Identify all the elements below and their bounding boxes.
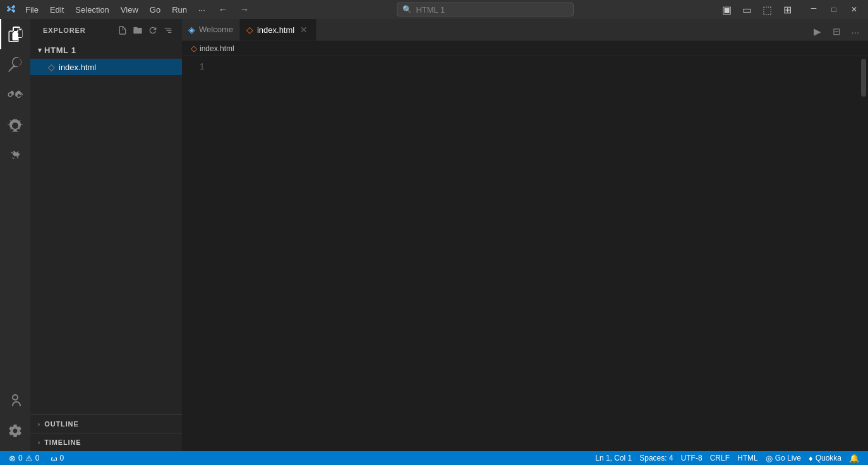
activity-settings-icon[interactable] bbox=[0, 416, 30, 446]
quokka-text: Quokka bbox=[816, 454, 841, 462]
chevron-right-icon-2: › bbox=[38, 439, 40, 446]
timeline-header[interactable]: › TIMELINE bbox=[30, 433, 182, 451]
error-icon: ⊗ bbox=[9, 454, 16, 463]
status-go-live-button[interactable]: ◎ Go Live bbox=[762, 451, 805, 465]
status-quokka-button[interactable]: ♦ Quokka bbox=[805, 451, 845, 465]
tab-welcome[interactable]: ◈ Welcome bbox=[182, 19, 240, 40]
tree-file-index-html[interactable]: ◇ index.html bbox=[30, 59, 182, 75]
menu-more[interactable]: ··· bbox=[193, 3, 210, 16]
status-errors-button[interactable]: ⊗ 0 ⚠ 0 bbox=[5, 451, 43, 465]
welcome-tab-icon: ◈ bbox=[188, 25, 195, 35]
outline-section: › OUTLINE bbox=[30, 414, 182, 433]
html-tab-label: index.html bbox=[257, 25, 294, 35]
tree-file-name: index.html bbox=[59, 63, 96, 72]
position-text: Ln 1, Col 1 bbox=[595, 454, 632, 462]
collapse-all-button[interactable] bbox=[162, 24, 174, 37]
nav-back-button[interactable]: ← bbox=[214, 3, 232, 16]
status-language-button[interactable]: HTML bbox=[733, 451, 762, 465]
panel-toggle-button[interactable]: ▭ bbox=[738, 3, 756, 16]
run-button[interactable]: ▶ bbox=[809, 23, 826, 40]
go-live-icon: ◎ bbox=[766, 454, 773, 463]
tab-index-html[interactable]: ◇ index.html ✕ bbox=[240, 19, 316, 40]
extension-status-icon: ω bbox=[51, 454, 57, 463]
editor-content: 1 bbox=[182, 56, 868, 451]
status-notifications-button[interactable]: 🔔 bbox=[845, 451, 863, 465]
window-controls: ▣ ▭ ⬚ ⊞ ─ □ ✕ bbox=[718, 3, 863, 16]
line-number-1: 1 bbox=[182, 60, 205, 74]
activity-search-icon[interactable] bbox=[0, 49, 30, 80]
encoding-text: UTF-8 bbox=[681, 454, 702, 462]
status-encoding-button[interactable]: UTF-8 bbox=[677, 451, 706, 465]
warning-icon: ⚠ bbox=[25, 454, 33, 463]
outline-header[interactable]: › OUTLINE bbox=[30, 415, 182, 433]
extension-count: 0 bbox=[60, 454, 64, 462]
html-file-icon: ◇ bbox=[48, 62, 55, 72]
welcome-tab-label: Welcome bbox=[199, 25, 233, 34]
activity-bar-bottom bbox=[0, 385, 30, 451]
editor-group-button[interactable]: ⬚ bbox=[758, 3, 776, 16]
status-spaces-button[interactable]: Spaces: 4 bbox=[636, 451, 677, 465]
search-placeholder: HTML 1 bbox=[416, 5, 445, 15]
warning-count: 0 bbox=[35, 454, 40, 462]
activity-extensions-icon[interactable] bbox=[0, 140, 30, 171]
editor-more-button[interactable]: ··· bbox=[847, 23, 864, 40]
status-right: Ln 1, Col 1 Spaces: 4 UTF-8 CRLF HTML ◎ … bbox=[591, 451, 863, 465]
file-tree: ▾ HTML 1 ◇ index.html bbox=[30, 41, 182, 414]
timeline-section: › TIMELINE bbox=[30, 433, 182, 451]
bell-icon: 🔔 bbox=[849, 454, 859, 463]
timeline-label: TIMELINE bbox=[44, 438, 81, 446]
activity-bar bbox=[0, 19, 30, 451]
activity-source-control-icon[interactable] bbox=[0, 80, 30, 110]
outline-label: OUTLINE bbox=[44, 420, 78, 428]
scrollbar-thumb bbox=[861, 59, 866, 97]
tree-root-header[interactable]: ▾ HTML 1 bbox=[30, 41, 182, 59]
new-folder-button[interactable] bbox=[131, 24, 144, 37]
activity-accounts-icon[interactable] bbox=[0, 385, 30, 416]
tab-close-button[interactable]: ✕ bbox=[298, 24, 310, 35]
sidebar: EXPLORER ▾ HTML 1 bbox=[30, 19, 182, 451]
status-line-ending-button[interactable]: CRLF bbox=[706, 451, 733, 465]
sidebar-toggle-button[interactable]: ▣ bbox=[718, 3, 735, 16]
menu-selection[interactable]: Selection bbox=[70, 3, 114, 16]
command-palette[interactable]: 🔍 HTML 1 bbox=[397, 3, 574, 16]
search-icon: 🔍 bbox=[402, 5, 412, 14]
menu-edit[interactable]: Edit bbox=[45, 3, 69, 16]
breadcrumb-file-icon: ◇ bbox=[191, 44, 197, 53]
editor-scrollbar[interactable] bbox=[859, 56, 868, 451]
sidebar-actions bbox=[116, 24, 174, 37]
main-area: EXPLORER ▾ HTML 1 bbox=[0, 19, 868, 451]
close-button[interactable]: ✕ bbox=[845, 3, 863, 16]
language-text: HTML bbox=[737, 454, 758, 462]
menu-bar: File Edit Selection View Go Run ··· bbox=[20, 3, 210, 16]
grid-button[interactable]: ⊞ bbox=[778, 3, 796, 16]
activity-debug-icon[interactable] bbox=[0, 110, 30, 140]
editor-area: ◈ Welcome ◇ index.html ✕ ▶ ⊟ ··· ◇ index… bbox=[182, 19, 868, 451]
split-editor-button[interactable]: ⊟ bbox=[828, 23, 845, 40]
new-file-button[interactable] bbox=[116, 24, 129, 37]
quokka-icon: ♦ bbox=[809, 454, 813, 463]
maximize-button[interactable]: □ bbox=[825, 3, 843, 16]
status-position-button[interactable]: Ln 1, Col 1 bbox=[591, 451, 636, 465]
tree-root-label: HTML 1 bbox=[44, 45, 76, 55]
editor-text[interactable] bbox=[212, 56, 859, 451]
nav-forward-button[interactable]: → bbox=[236, 3, 253, 16]
sidebar-bottom-panels: › OUTLINE › TIMELINE bbox=[30, 414, 182, 451]
status-left: ⊗ 0 ⚠ 0 ω 0 bbox=[5, 451, 68, 465]
breadcrumb-file-name: index.html bbox=[200, 44, 234, 53]
title-search-area: 🔍 HTML 1 bbox=[257, 3, 714, 16]
title-bar: File Edit Selection View Go Run ··· ← → … bbox=[0, 0, 868, 19]
refresh-explorer-button[interactable] bbox=[147, 24, 159, 37]
line-numbers: 1 bbox=[182, 56, 212, 451]
spaces-text: Spaces: 4 bbox=[639, 454, 673, 462]
minimize-button[interactable]: ─ bbox=[805, 3, 823, 16]
activity-explorer-icon[interactable] bbox=[0, 19, 30, 49]
status-extensions-button[interactable]: ω 0 bbox=[47, 451, 68, 465]
html-tab-icon: ◇ bbox=[246, 25, 253, 35]
tab-actions: ▶ ⊟ ··· bbox=[805, 23, 868, 40]
menu-go[interactable]: Go bbox=[145, 3, 166, 16]
menu-view[interactable]: View bbox=[116, 3, 143, 16]
go-live-text: Go Live bbox=[775, 454, 801, 462]
chevron-right-icon: › bbox=[38, 421, 40, 428]
menu-file[interactable]: File bbox=[20, 3, 44, 16]
menu-run[interactable]: Run bbox=[167, 3, 192, 16]
